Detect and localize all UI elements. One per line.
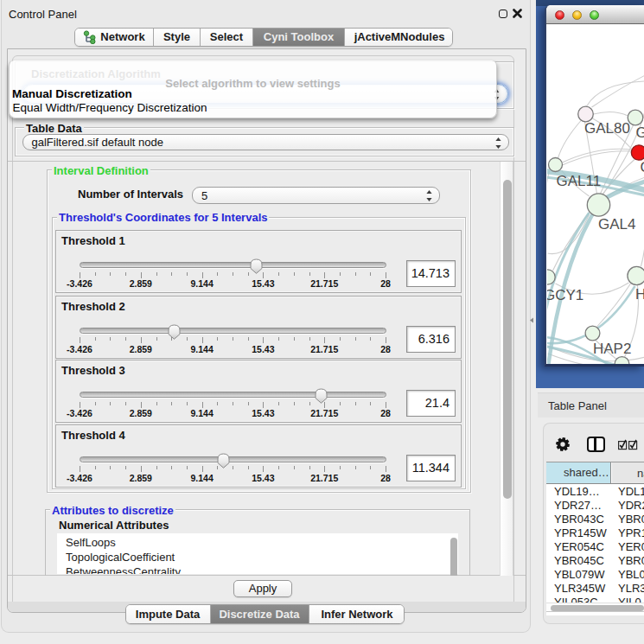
svg-text:HI: HI (635, 286, 644, 303)
svg-text:HAP2: HAP2 (593, 341, 631, 357)
svg-text:GAL4: GAL4 (598, 216, 635, 233)
svg-text:C: C (640, 159, 644, 175)
svg-text:GAL11: GAL11 (556, 172, 601, 188)
svg-text:GAL80: GAL80 (584, 120, 630, 137)
svg-text:GCY1: GCY1 (547, 287, 583, 303)
svg-text:GA: GA (635, 124, 644, 141)
